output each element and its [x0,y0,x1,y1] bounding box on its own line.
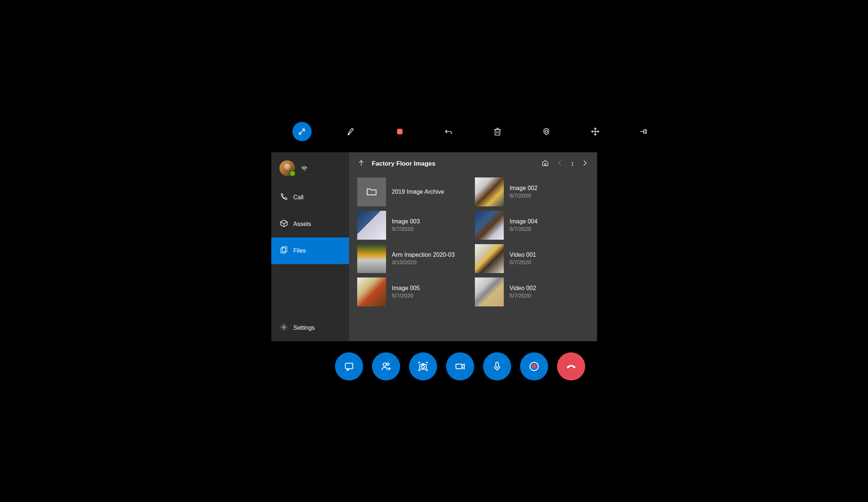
file-grid: 2019 Image Archive Image 003 5/7/2020 Ar… [349,175,597,341]
svg-rect-29 [496,362,499,367]
svg-point-18 [283,326,285,328]
svg-line-1 [301,129,304,132]
chat-button[interactable] [335,352,363,380]
pager: 1 [541,159,589,169]
svg-point-8 [545,130,547,133]
avatar[interactable] [279,160,295,176]
file-name: 2019 Image Archive [392,189,444,195]
file-date: 5/7/2020 [510,259,536,265]
sidebar-item-settings[interactable]: Settings [271,315,349,341]
file-date: 5/7/2020 [392,292,420,299]
svg-rect-2 [397,129,402,134]
undo-tool[interactable] [439,122,458,141]
prev-page[interactable] [556,159,564,169]
svg-point-22 [383,363,386,366]
thumbnail [475,211,504,240]
video-button[interactable] [446,352,474,380]
file-item[interactable]: Arm Inspection 2020-03 3/10/2020 [357,244,471,273]
file-item[interactable]: Image 005 5/7/2020 [357,277,471,306]
file-item[interactable]: Image 002 5/7/2020 [475,177,589,206]
up-arrow-icon[interactable] [357,159,365,169]
thumbnail [357,277,386,306]
hololens-icon[interactable] [537,122,556,141]
file-date: 5/7/2020 [510,192,538,199]
file-name: Image 004 [510,218,538,225]
file-item[interactable]: Image 004 5/7/2020 [475,211,589,240]
file-date: 5/7/2020 [510,226,538,232]
folder-item[interactable]: 2019 Image Archive [357,177,471,206]
home-icon[interactable] [541,159,549,169]
svg-rect-20 [544,163,546,166]
ink-tool[interactable] [341,122,361,141]
thumbnail [475,277,504,306]
file-name: Video 002 [510,285,536,292]
add-participant-button[interactable] [372,352,400,380]
thumbnail [475,244,504,273]
color-swatch[interactable] [390,122,409,141]
snapshot-button[interactable] [409,352,437,380]
gear-icon [279,323,288,333]
file-date: 5/7/2020 [392,226,420,232]
move-icon[interactable] [586,122,605,141]
delete-tool[interactable] [488,122,507,141]
file-name: Image 005 [392,285,420,292]
svg-point-27 [422,365,425,368]
files-icon [279,246,288,256]
sidebar-item-call[interactable]: Call [271,184,349,211]
sidebar-item-assets[interactable]: Assets [271,211,349,237]
svg-rect-28 [456,364,462,369]
file-name: Arm Inspection 2020-03 [392,252,455,258]
mic-button[interactable] [483,352,511,380]
next-page[interactable] [581,159,589,169]
file-item[interactable]: Image 003 5/7/2020 [357,211,471,240]
profile-row [271,152,349,184]
svg-point-32 [532,364,536,369]
file-item[interactable]: Video 001 5/7/2020 [475,244,589,273]
file-name: Image 002 [510,185,538,192]
thumbnail [357,244,386,273]
folder-title: Factory Floor Images [372,160,535,167]
wifi-icon [300,163,308,173]
content-header: Factory Floor Images 1 [349,152,597,175]
call-controls [335,352,585,380]
main-panel: Call Assets Files Settings [271,152,597,341]
sidebar-item-files[interactable]: Files [271,237,349,264]
svg-rect-17 [282,247,287,252]
svg-rect-21 [345,363,353,369]
sidebar-label: Call [294,194,304,201]
phone-icon [279,192,288,203]
cube-icon [279,219,288,229]
svg-rect-12 [643,130,646,133]
file-date: 3/10/2020 [392,259,455,265]
annotation-toolbar [292,122,654,141]
thumbnail [475,177,504,206]
svg-rect-16 [281,248,285,253]
sidebar-label: Assets [294,221,311,227]
page-number: 1 [571,160,574,167]
file-date: 5/7/2020 [510,292,536,299]
end-call-button[interactable] [557,352,585,380]
svg-point-14 [304,169,305,170]
sidebar-label: Files [294,247,306,254]
thumbnail [357,211,386,240]
file-name: Video 001 [510,252,536,258]
record-button[interactable] [520,352,548,380]
arrow-tool[interactable] [292,122,312,141]
svg-rect-3 [495,129,500,135]
file-item[interactable]: Video 002 5/7/2020 [475,277,589,306]
sidebar-label: Settings [294,325,315,331]
sidebar: Call Assets Files Settings [271,152,349,341]
svg-point-0 [299,132,301,134]
pin-icon[interactable] [634,122,654,141]
svg-point-23 [386,363,389,365]
file-name: Image 003 [392,218,420,225]
folder-icon [357,177,386,206]
content-area: Factory Floor Images 1 [349,152,597,341]
